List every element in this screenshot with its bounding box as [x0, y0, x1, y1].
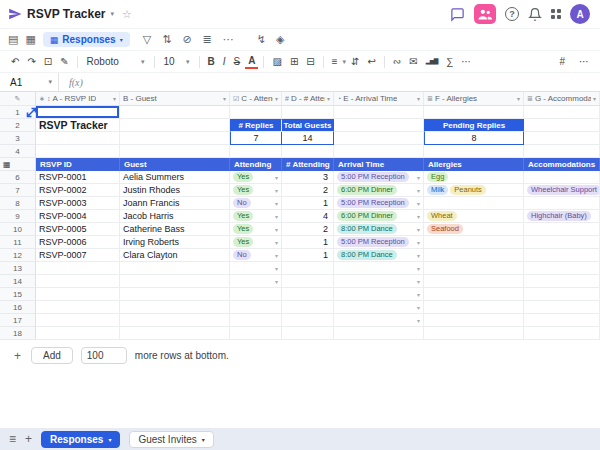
cell-G11[interactable]: [524, 236, 600, 249]
cell-D11[interactable]: 1: [282, 236, 334, 249]
column-menu-icon[interactable]: ▾: [223, 95, 226, 102]
user-avatar[interactable]: A: [570, 4, 590, 24]
cell-D8[interactable]: 1: [282, 197, 334, 210]
cell-G5[interactable]: Accommodations: [524, 158, 600, 171]
cell-E11[interactable]: 5:00 PM Reception▾: [334, 236, 424, 249]
cell-D14[interactable]: [282, 275, 334, 288]
cell-B4[interactable]: [120, 145, 230, 158]
row-header-2[interactable]: 2: [0, 119, 36, 132]
grid-view-icon[interactable]: ▦: [25, 34, 35, 45]
row-header-14[interactable]: 14: [0, 275, 36, 288]
cell-B3[interactable]: [120, 132, 230, 145]
column-menu-icon[interactable]: ▾: [113, 95, 116, 102]
row-header-8[interactable]: 8: [0, 197, 36, 210]
cell-F18[interactable]: [424, 327, 524, 340]
cell-F9[interactable]: Wheat: [424, 210, 524, 223]
cell-reference-box[interactable]: A1 ▾: [0, 77, 58, 88]
cell-D4[interactable]: [282, 145, 334, 158]
cell-C7[interactable]: Yes▾: [230, 184, 282, 197]
toolbar-more-icon[interactable]: ⋯: [576, 56, 592, 68]
column-menu-icon[interactable]: ▾: [517, 95, 520, 102]
borders-icon[interactable]: ⊞: [287, 56, 301, 68]
cell-A18[interactable]: [36, 327, 120, 340]
cell-E14[interactable]: ▾: [334, 275, 424, 288]
cell-A7[interactable]: RSVP-0002: [36, 184, 120, 197]
dropdown-caret-icon[interactable]: ▾: [275, 226, 278, 233]
add-sheet-icon[interactable]: +: [25, 433, 32, 445]
sidebar-toggle-icon[interactable]: ▤: [8, 34, 18, 45]
workbook-title[interactable]: RSVP Tracker: [27, 7, 106, 21]
dropdown-caret-icon[interactable]: ▾: [275, 213, 278, 220]
apps-grid-icon[interactable]: [551, 9, 561, 19]
cell-A4[interactable]: [36, 145, 120, 158]
dropdown-caret-icon[interactable]: ▾: [417, 304, 420, 311]
row-header-13[interactable]: 13: [0, 262, 36, 275]
cell-F14[interactable]: [424, 275, 524, 288]
cell-A12[interactable]: RSVP-0007: [36, 249, 120, 262]
number-format-icon[interactable]: #: [556, 56, 568, 68]
dropdown-caret-icon[interactable]: ▾: [417, 226, 420, 233]
text-color-icon[interactable]: A: [245, 55, 258, 69]
cell-G18[interactable]: [524, 327, 600, 340]
cell-B10[interactable]: Catherine Bass: [120, 223, 230, 236]
formula-input[interactable]: [93, 73, 600, 91]
dropdown-caret-icon[interactable]: ▾: [417, 200, 420, 207]
cell-D9[interactable]: 4: [282, 210, 334, 223]
cell-E5[interactable]: Arrival Time: [334, 158, 424, 171]
cell-E10[interactable]: 8:00 PM Dance▾: [334, 223, 424, 236]
cell-F15[interactable]: [424, 288, 524, 301]
cell-C6[interactable]: Yes▾: [230, 171, 282, 184]
dropdown-caret-icon[interactable]: ▾: [275, 174, 278, 181]
cell-F13[interactable]: [424, 262, 524, 275]
extensions-icon[interactable]: ◈: [276, 34, 284, 45]
dropdown-caret-icon[interactable]: ▾: [417, 174, 420, 181]
cell-G2[interactable]: [524, 119, 600, 132]
cell-G8[interactable]: [524, 197, 600, 210]
cell-D1[interactable]: [282, 106, 334, 119]
row-header-9[interactable]: 9: [0, 210, 36, 223]
bold-icon[interactable]: B: [205, 56, 218, 68]
tab-responses[interactable]: Responses ▾: [41, 431, 120, 448]
dropdown-caret-icon[interactable]: ▾: [417, 239, 420, 246]
cell-C5[interactable]: Attending: [230, 158, 282, 171]
cell-D13[interactable]: [282, 262, 334, 275]
cell-C9[interactable]: Yes▾: [230, 210, 282, 223]
dropdown-caret-icon[interactable]: ▾: [275, 278, 278, 285]
cell-G3[interactable]: [524, 132, 600, 145]
cell-C17[interactable]: [230, 314, 282, 327]
cell-B18[interactable]: [120, 327, 230, 340]
dropdown-caret-icon[interactable]: ▾: [417, 278, 420, 285]
column-menu-icon[interactable]: ▾: [593, 95, 596, 102]
cell-D7[interactable]: 2: [282, 184, 334, 197]
view-more-icon[interactable]: ⋯: [223, 34, 234, 45]
cell-D10[interactable]: 2: [282, 223, 334, 236]
insert-chart-icon[interactable]: ▂▅▇: [423, 58, 441, 65]
notifications-bell-icon[interactable]: [528, 7, 542, 22]
vertical-align-icon[interactable]: ⇵: [348, 56, 362, 68]
cell-A13[interactable]: [36, 262, 120, 275]
cell-G4[interactable]: [524, 145, 600, 158]
cell-B13[interactable]: [120, 262, 230, 275]
cell-A11[interactable]: RSVP-0006: [36, 236, 120, 249]
dropdown-caret-icon[interactable]: ▾: [417, 265, 420, 272]
row-header-12[interactable]: 12: [0, 249, 36, 262]
cell-C3[interactable]: 7: [230, 132, 282, 145]
cell-E12[interactable]: 8:00 PM Dance▾: [334, 249, 424, 262]
cell-C18[interactable]: [230, 327, 282, 340]
print-icon[interactable]: ⊡: [41, 56, 55, 68]
dropdown-caret-icon[interactable]: ▾: [275, 200, 278, 207]
horizontal-align-caret-icon[interactable]: ▾: [343, 58, 347, 66]
cell-F4[interactable]: [424, 145, 524, 158]
cell-D5[interactable]: # Attending: [282, 158, 334, 171]
row-header-7[interactable]: 7: [0, 184, 36, 197]
insert-link-icon[interactable]: ∾: [390, 56, 404, 68]
cell-C14[interactable]: ▾: [230, 275, 282, 288]
cell-B12[interactable]: Clara Clayton: [120, 249, 230, 262]
row-header-3[interactable]: 3: [0, 132, 36, 145]
row-header-11[interactable]: 11: [0, 236, 36, 249]
cell-A3[interactable]: [36, 132, 120, 145]
cell-D12[interactable]: 1: [282, 249, 334, 262]
functions-icon[interactable]: ∑: [443, 56, 456, 68]
cell-F3[interactable]: 8: [424, 132, 524, 145]
column-header-C[interactable]: ☑C - Attendi▾: [230, 92, 282, 106]
